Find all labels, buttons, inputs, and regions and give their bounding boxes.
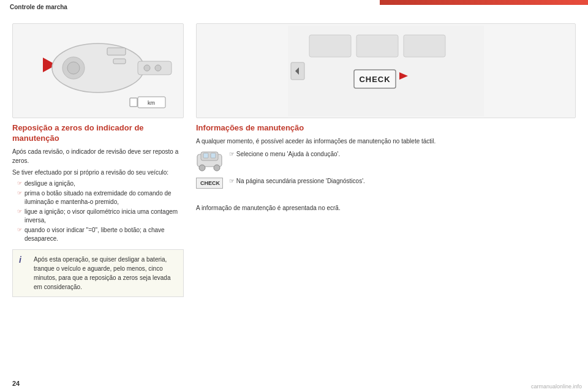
svg-rect-16 [356,35,398,57]
footer-watermark: carmanualonline.info [531,383,582,390]
left-bullets: ☞ desligue a ignição, ☞ prima o botão si… [12,179,184,243]
svg-rect-8 [113,59,126,64]
svg-rect-17 [404,35,445,57]
check-screen-illustration: CHECK [288,26,484,116]
bullet-symbol: ☞ [17,190,22,196]
svg-rect-15 [309,35,351,57]
bullet-item: ☞ quando o visor indicar "=0", liberte o… [12,226,184,243]
car-icon [196,149,223,172]
left-column: km Reposição a zeros do indicador de man… [12,23,184,382]
bullet-text: quando o visor indicar "=0", liberte o b… [24,226,184,243]
check-badge-container: CHECK [196,176,223,198]
bullet-item: ☞ ligue a ignição; o visor quilométrico … [12,208,184,225]
svg-point-24 [214,165,220,171]
right-section-heading: Informações de manutenção [196,123,576,134]
stalk-image-container: km [12,23,184,118]
right-column: CHECK Informações de manutenção A qualqu… [196,23,576,382]
left-sub-intro: Se tiver efectuado por si próprio a revi… [12,168,184,177]
right-item-2-content: Na página secundária pressione 'Diagnóst… [236,178,365,184]
left-intro-text: Após cada revisão, o indicador de revisã… [12,147,184,165]
bullet-symbol: ☞ [17,180,22,186]
right-item-2: CHECK ☞ Na página secundária pressione '… [196,176,576,198]
check-badge: CHECK [196,178,223,189]
info-icon: i [19,255,29,265]
car-icon-container [196,149,223,172]
check-screen-container: CHECK [196,23,576,118]
svg-rect-25 [203,153,208,158]
svg-text:km: km [148,100,155,106]
bullet-item: ☞ desligue a ignição, [12,179,184,188]
svg-rect-11 [130,98,137,107]
svg-text:CHECK: CHECK [359,75,390,84]
left-section-heading: Reposição a zeros do indicador de manute… [12,123,184,144]
svg-point-6 [155,65,161,71]
header-title: Controle de marcha [10,4,67,10]
info-box: i Após esta operação, se quiser desligar… [12,249,184,297]
header-accent-bar [380,0,588,5]
bullet-text: ligue a ignição; o visor quilométrico in… [24,208,184,225]
bullet-item: ☞ prima o botão situado na extremidade d… [12,189,184,206]
svg-rect-26 [211,153,216,158]
page-number: 24 [12,380,20,387]
stalk-illustration: km [18,28,178,114]
svg-point-3 [67,62,80,74]
bullet-symbol: ☞ [17,227,22,233]
right-item-2-text: ☞ Na página secundária pressione 'Diagnó… [229,176,365,186]
main-content: km Reposição a zeros do indicador de man… [0,13,588,392]
info-box-text: Após esta operação, se quiser desligar a… [34,255,177,292]
right-item-1-label: ☞ [229,151,236,157]
right-item-1-text: ☞ Selecione o menu 'Ajuda à condução'. [229,149,340,159]
svg-rect-7 [107,48,126,55]
right-item-1: ☞ Selecione o menu 'Ajuda à condução'. [196,149,576,172]
right-item-2-label: ☞ [229,178,236,184]
svg-point-23 [199,165,205,171]
right-final-text: A informação de manutenção é apresentada… [196,203,576,213]
svg-point-5 [144,65,150,71]
right-intro-text: A qualquer momento, é possível aceder às… [196,137,576,146]
right-item-1-content: Selecione o menu 'Ajuda à condução'. [236,151,341,157]
bullet-text: prima o botão situado na extremidade do … [24,189,184,206]
bullet-symbol: ☞ [17,208,22,214]
right-items: ☞ Selecione o menu 'Ajuda à condução'. C… [196,149,576,198]
bullet-text: desligue a ignição, [24,179,75,188]
